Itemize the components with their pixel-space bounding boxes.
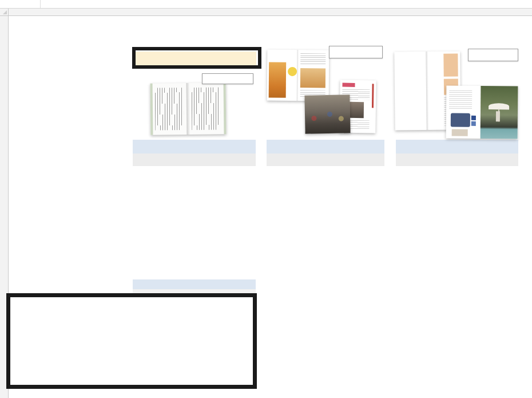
summary-band-a <box>133 140 256 153</box>
formula-bar <box>0 0 532 9</box>
pants-photo <box>452 129 468 136</box>
lemon-photo <box>288 67 297 76</box>
fabric-swatch <box>471 116 476 120</box>
sample-image-magazine-food <box>267 50 329 101</box>
annotation-box-a <box>132 47 261 69</box>
sample-image-crowd-photo <box>304 94 350 133</box>
catalog-text-block <box>449 90 472 109</box>
min-band-a <box>133 153 256 166</box>
cake-photo <box>269 62 287 98</box>
bread-photo <box>300 68 325 88</box>
model-photo <box>349 102 364 118</box>
denim-shirt-photo <box>451 113 470 127</box>
catalog-fold <box>426 52 428 130</box>
sample-image-catalog-fashion <box>446 85 518 139</box>
person <box>496 111 500 121</box>
summary-band-b <box>267 140 384 153</box>
magazine-text-block <box>300 53 325 65</box>
layout-label-b <box>329 46 383 58</box>
min-band-b <box>267 153 384 166</box>
fabric-swatch <box>471 121 476 126</box>
magazine-fold <box>297 50 299 101</box>
annotation-box-b <box>6 293 257 389</box>
formula-bar-divider <box>40 0 41 8</box>
min-band-c <box>396 153 518 166</box>
summary-band-c <box>396 140 518 153</box>
layout-label-a <box>202 73 253 84</box>
sample-image-book-a <box>150 82 227 135</box>
select-all-corner[interactable] <box>0 8 9 16</box>
book-edge <box>150 84 153 135</box>
catalog-orange-panel <box>443 53 458 76</box>
vertical-headline <box>372 84 374 108</box>
other-estimate-band <box>133 279 256 289</box>
poolside-photo <box>481 86 518 139</box>
book-right-page-text <box>192 87 221 130</box>
book-left-page-text <box>155 88 184 131</box>
layout-label-c <box>468 49 518 61</box>
magazine-headline-block <box>342 83 355 87</box>
book-fold <box>186 83 190 135</box>
column-header-strip[interactable] <box>0 8 532 16</box>
title-merged-cell <box>9 16 132 51</box>
spreadsheet-app <box>0 0 532 398</box>
